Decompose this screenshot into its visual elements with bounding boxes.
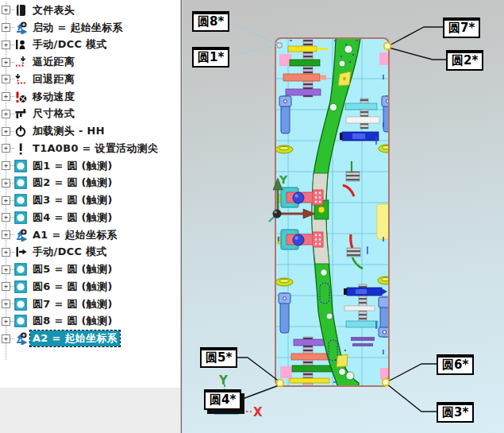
- tree-item[interactable]: +T1A0B0 = 设置活动测尖: [0, 140, 180, 157]
- manual-mode-icon: [14, 38, 27, 51]
- feature-callout[interactable]: 圆7*: [443, 17, 480, 38]
- tree-item-label[interactable]: 圆8 = 圆 (触测): [30, 313, 115, 329]
- circle-feature-icon: [14, 194, 27, 207]
- tree-item-label[interactable]: 圆1 = 圆 (触测): [30, 158, 115, 174]
- retract-distance-icon: [14, 73, 27, 86]
- feature-callout[interactable]: 圆1*: [192, 47, 229, 68]
- circle-feature-icon: [14, 315, 27, 327]
- yellow-pad: [377, 204, 392, 239]
- origin-y-axis-label: Y: [218, 373, 229, 388]
- tree-item-label[interactable]: 圆7 = 圆 (触测): [30, 296, 115, 312]
- probe-tip-icon: [14, 142, 27, 155]
- circle-feature-icon: [14, 298, 27, 311]
- dcc-mode-icon: [14, 245, 27, 258]
- tree-item-label[interactable]: 逼近距离: [30, 54, 77, 70]
- center-y-axis-label: Y: [279, 173, 288, 186]
- tree-item-label[interactable]: 文件表头: [30, 2, 77, 18]
- tree-item-label[interactable]: 圆3 = 圆 (触测): [30, 192, 115, 208]
- tree-item[interactable]: +圆4 = 圆 (触测): [0, 209, 180, 226]
- expand-toggle[interactable]: +: [2, 334, 10, 343]
- expand-toggle[interactable]: +: [2, 300, 10, 308]
- tree-item[interactable]: +圆5 = 圆 (触测): [0, 261, 180, 278]
- expand-toggle[interactable]: +: [2, 110, 10, 118]
- expand-toggle[interactable]: +: [2, 213, 10, 222]
- expand-toggle[interactable]: +: [2, 196, 10, 205]
- tree-item-label[interactable]: 圆2 = 圆 (触测): [30, 175, 115, 191]
- tree-item-label[interactable]: 手动/DCC 模式: [30, 244, 110, 260]
- circle-feature-icon: [14, 176, 27, 189]
- tree-item[interactable]: +逼近距离: [0, 53, 180, 71]
- tree-item-label[interactable]: 启动 = 起始坐标系: [30, 20, 125, 36]
- feature-callout[interactable]: 圆2*: [446, 50, 483, 71]
- graphics-view[interactable]: Y Y X: [183, 0, 504, 433]
- tree-item[interactable]: +A1 = 起始坐标系: [0, 226, 180, 244]
- tree-item[interactable]: +圆6 = 圆 (触测): [0, 278, 180, 296]
- tree-item[interactable]: +文件表头: [0, 2, 180, 19]
- expand-toggle[interactable]: +: [2, 230, 10, 239]
- tree-item[interactable]: +手动/DCC 模式: [0, 244, 180, 261]
- feature-callout[interactable]: 圆4*: [204, 389, 241, 410]
- expand-toggle[interactable]: +: [2, 6, 10, 14]
- tree-item-label[interactable]: 圆4 = 圆 (触测): [30, 210, 115, 226]
- circle-feature-icon: [14, 160, 27, 172]
- tree-item[interactable]: +A2 = 起始坐标系: [0, 330, 180, 347]
- circle-feature-icon: [14, 263, 27, 276]
- expand-toggle[interactable]: +: [2, 317, 10, 326]
- circle-feature-icon: [14, 280, 27, 293]
- expand-toggle[interactable]: +: [2, 265, 10, 274]
- tree-item-label[interactable]: 圆5 = 圆 (触测): [30, 261, 115, 277]
- expand-toggle[interactable]: +: [2, 161, 10, 170]
- expand-toggle[interactable]: +: [2, 248, 10, 257]
- move-speed-icon: [14, 91, 27, 103]
- tree-item[interactable]: +圆7 = 圆 (触测): [0, 296, 180, 313]
- tree-item[interactable]: +加载测头 - HH: [0, 122, 180, 140]
- expand-toggle[interactable]: +: [2, 144, 10, 153]
- expand-toggle[interactable]: +: [2, 58, 10, 67]
- feature-callout[interactable]: 圆3*: [437, 402, 474, 423]
- alignment-icon: [14, 21, 27, 34]
- tree-item-label[interactable]: 回退距离: [30, 72, 77, 87]
- tree-item-label[interactable]: 加载测头 - HH: [30, 123, 107, 139]
- expand-toggle[interactable]: +: [2, 75, 10, 83]
- tree-item[interactable]: +手动/DCC 模式: [0, 37, 180, 54]
- command-tree[interactable]: +文件表头+启动 = 起始坐标系+手动/DCC 模式+逼近距离+回退距离+移动速…: [0, 0, 180, 388]
- tree-item[interactable]: +尺寸格式: [0, 106, 180, 123]
- expand-toggle[interactable]: +: [2, 41, 10, 49]
- alignment-icon: [14, 332, 27, 345]
- feature-callout[interactable]: 圆8*: [192, 11, 229, 32]
- tree-item-label[interactable]: 移动速度: [30, 89, 77, 105]
- expand-toggle[interactable]: +: [2, 92, 10, 101]
- tree-item[interactable]: +圆3 = 圆 (触测): [0, 191, 180, 209]
- approach-distance-icon: [14, 56, 27, 68]
- expand-toggle[interactable]: +: [2, 23, 10, 32]
- tree-item[interactable]: +圆2 = 圆 (触测): [0, 175, 180, 192]
- alignment-icon: [14, 229, 27, 242]
- tree-item[interactable]: +圆8 = 圆 (触测): [0, 313, 180, 331]
- tree-item-label[interactable]: A2 = 起始坐标系: [30, 331, 120, 346]
- tree-item-label[interactable]: T1A0B0 = 设置活动测尖: [30, 141, 160, 157]
- expand-toggle[interactable]: +: [2, 127, 10, 136]
- tree-item-label[interactable]: 手动/DCC 模式: [30, 37, 110, 52]
- circle-feature-icon: [14, 211, 27, 224]
- feature-callout[interactable]: 圆5*: [200, 347, 237, 368]
- tree-item[interactable]: +圆1 = 圆 (触测): [0, 157, 180, 175]
- feature-callout[interactable]: 圆6*: [437, 354, 474, 375]
- expand-toggle[interactable]: +: [2, 179, 10, 188]
- load-probe-icon: [14, 125, 27, 137]
- tree-item[interactable]: +移动速度: [0, 88, 180, 106]
- command-tree-panel: +文件表头+启动 = 起始坐标系+手动/DCC 模式+逼近距离+回退距离+移动速…: [0, 0, 180, 433]
- tree-item-label[interactable]: A1 = 起始坐标系: [30, 227, 120, 243]
- tree-item[interactable]: +回退距离: [0, 71, 180, 88]
- tree-item-label[interactable]: 圆6 = 圆 (触测): [30, 279, 115, 295]
- dimension-format-icon: [14, 107, 27, 120]
- tree-item[interactable]: +启动 = 起始坐标系: [0, 19, 180, 37]
- expand-toggle[interactable]: +: [2, 282, 10, 291]
- origin-x-axis-label: X: [253, 405, 263, 419]
- file-header-icon: [14, 4, 27, 17]
- cmm-app-window: +文件表头+启动 = 起始坐标系+手动/DCC 模式+逼近距离+回退距离+移动速…: [0, 0, 504, 433]
- tree-item-label[interactable]: 尺寸格式: [30, 106, 77, 122]
